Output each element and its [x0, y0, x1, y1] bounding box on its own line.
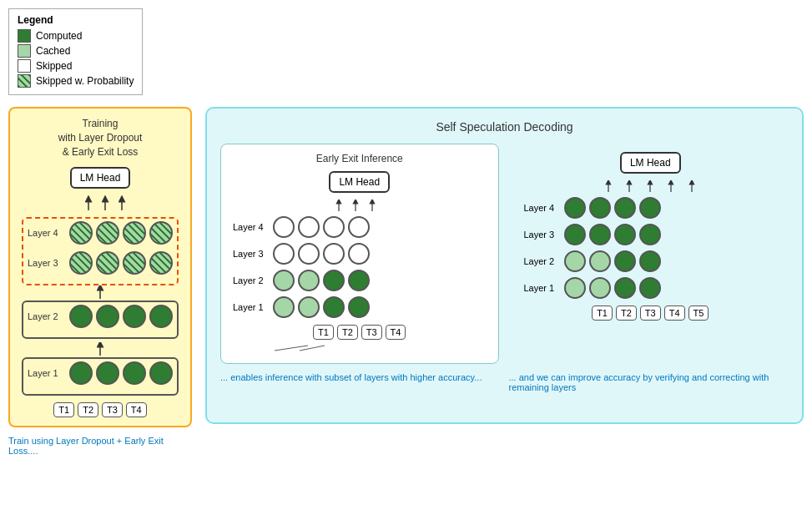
circle [149, 251, 173, 275]
circle [323, 216, 345, 238]
training-layer4-row: Layer 4 [28, 221, 173, 245]
circle [96, 305, 119, 328]
main-layout: Trainingwith Layer Dropout& Early Exit L… [8, 107, 804, 427]
circle [589, 250, 611, 272]
verify-layer3-label: Layer 3 [524, 230, 559, 240]
eei-lm-head-container: LM Head [233, 171, 487, 193]
circle [69, 361, 93, 385]
verify-layer1-row: Layer 1 [524, 277, 778, 299]
verify-layer1-circles [564, 277, 661, 299]
circle [564, 224, 586, 245]
eei-layer2-circles [273, 270, 370, 291]
verify-token-t1: T1 [592, 306, 613, 321]
circle [273, 296, 295, 318]
training-panel: Trainingwith Layer Dropout& Early Exit L… [8, 107, 192, 427]
circle [149, 305, 173, 328]
eei-arrows-top [268, 199, 451, 213]
circle [123, 305, 146, 328]
verify-caption: ... and we can improve accuracy by verif… [509, 372, 789, 392]
skipped-swatch [18, 59, 31, 73]
circle [298, 296, 320, 318]
training-layer1-circles [69, 361, 173, 385]
eei-layer3-label: Layer 3 [233, 249, 268, 259]
skipped-label: Skipped [36, 60, 72, 72]
eei-layer1-label: Layer 1 [233, 302, 268, 312]
eei-lm-head: LM Head [329, 171, 390, 193]
circle [639, 224, 661, 245]
eei-arrow-overlay [233, 343, 487, 355]
verify-token-t5: T5 [688, 306, 709, 321]
verify-panel: LM Head Layer 4 [512, 144, 789, 329]
circle [323, 296, 345, 318]
ssd-title: Self Speculation Decoding [220, 120, 789, 134]
circle [614, 224, 636, 245]
verify-lm-head-container: LM Head [524, 152, 778, 174]
verify-layer2-row: Layer 2 [524, 250, 778, 272]
circle [123, 251, 146, 275]
verify-token-t4: T4 [664, 306, 685, 321]
circle [348, 216, 370, 238]
legend-item-skipped-prob: Skipped w. Probability [18, 74, 134, 88]
bottom-captions: Train using Layer Dropout + Early Exit L… [8, 436, 804, 456]
eei-layer4-circles [273, 216, 370, 238]
verify-token-t3: T3 [640, 306, 661, 321]
legend-item-skipped: Skipped [18, 59, 134, 73]
circle [589, 224, 611, 245]
training-layer2-box: Layer 2 [22, 300, 179, 339]
circle [348, 243, 370, 265]
training-layer2-circles [69, 305, 173, 328]
eei-panel: Early Exit Inference LM Head Layer 4 [220, 144, 499, 364]
training-arrow-bot [58, 342, 209, 357]
eei-layer3-row: Layer 3 [233, 243, 487, 265]
ssd-panel: Self Speculation Decoding Early Exit Inf… [205, 107, 804, 424]
legend-title: Legend [18, 14, 134, 26]
training-arrow-mid [58, 285, 209, 300]
verify-tokens: T1 T2 T3 T4 T5 [524, 306, 778, 321]
eei-token-t2: T2 [337, 325, 358, 340]
eei-layer1-circles [273, 296, 370, 318]
computed-label: Computed [36, 30, 82, 42]
circle [96, 251, 119, 275]
verify-layer4-row: Layer 4 [524, 197, 778, 219]
skipped-prob-label: Skipped w. Probability [36, 75, 134, 87]
token-t1: T1 [53, 402, 74, 417]
verify-token-t2: T2 [616, 306, 637, 321]
verify-lm-head: LM Head [620, 152, 681, 174]
training-layer1-row: Layer 1 [28, 361, 173, 385]
training-layer3-circles [69, 251, 173, 275]
training-layer2-label: Layer 2 [28, 311, 64, 321]
circle [123, 361, 146, 385]
eei-bottom-arrows [233, 344, 416, 352]
circle [639, 197, 661, 219]
legend-item-computed: Computed [18, 29, 134, 43]
eei-token-t1: T1 [313, 325, 334, 340]
training-layer1-box: Layer 1 [22, 357, 179, 396]
circle [614, 277, 636, 299]
verify-arrows-top [558, 180, 742, 194]
computed-swatch [18, 29, 31, 43]
skipped-prob-swatch [18, 74, 31, 88]
circle [639, 277, 661, 299]
verify-layer2-label: Layer 2 [524, 256, 559, 266]
circle [298, 270, 320, 291]
legend-box: Legend Computed Cached Skipped Skipped w… [8, 8, 143, 95]
token-t3: T3 [102, 402, 123, 417]
eei-caption: ... enables inference with subset of lay… [220, 372, 501, 392]
eei-layer3-circles [273, 243, 370, 265]
circle [589, 277, 611, 299]
circle [564, 197, 586, 219]
training-caption: Train using Layer Dropout + Early Exit L… [8, 436, 192, 456]
circle [589, 197, 611, 219]
training-layer3-row: Layer 3 [28, 251, 173, 275]
training-layer4-circles [69, 221, 173, 245]
training-layer3-label: Layer 3 [28, 258, 64, 268]
circle [348, 270, 370, 291]
eei-layer2-row: Layer 2 [233, 270, 487, 291]
legend-item-cached: Cached [18, 44, 134, 58]
circle [149, 361, 173, 385]
cached-swatch [18, 44, 31, 58]
circle [564, 277, 586, 299]
eei-token-t3: T3 [361, 325, 382, 340]
eei-tokens: T1 T2 T3 T4 [233, 325, 487, 340]
circle [69, 305, 93, 328]
